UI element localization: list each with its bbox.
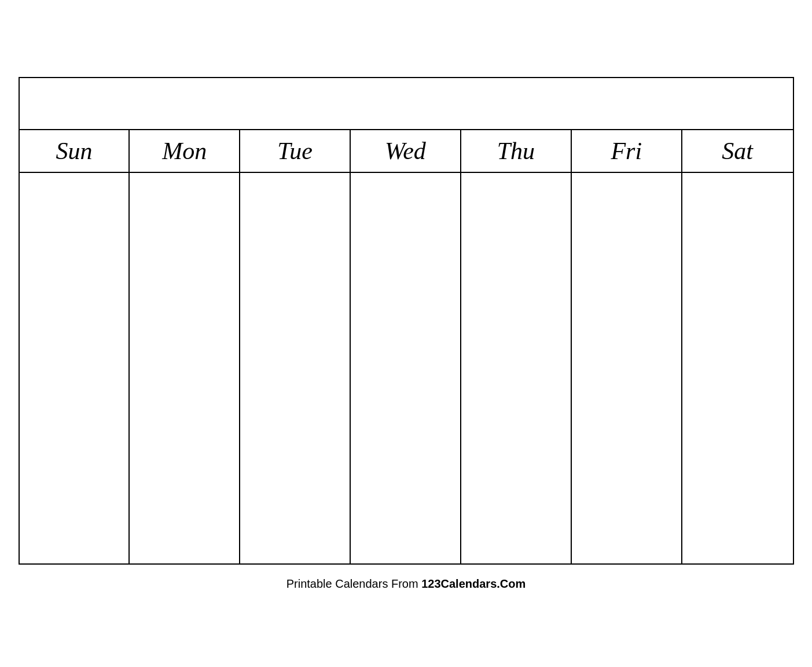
- cell-3-6[interactable]: [572, 329, 682, 407]
- cell-1-6[interactable]: [572, 173, 682, 251]
- cell-4-6[interactable]: [572, 407, 682, 485]
- cell-1-4[interactable]: [351, 173, 461, 251]
- cell-4-7[interactable]: [682, 407, 793, 485]
- calendar-header: Sun Mon Tue Wed Thu Fri Sat: [20, 130, 793, 173]
- header-fri: Fri: [572, 130, 682, 172]
- calendar-row-2: [20, 251, 793, 329]
- cell-1-3[interactable]: [240, 173, 351, 251]
- cell-1-7[interactable]: [682, 173, 793, 251]
- footer-normal-text: Printable Calendars From: [286, 577, 421, 590]
- header-sun: Sun: [20, 130, 130, 172]
- calendar-body: [20, 173, 793, 563]
- cell-3-5[interactable]: [461, 329, 572, 407]
- calendar-row-4: [20, 407, 793, 485]
- cell-5-5[interactable]: [461, 485, 572, 563]
- cell-2-3[interactable]: [240, 251, 351, 329]
- calendar-title-row: [20, 78, 793, 130]
- header-tue: Tue: [240, 130, 351, 172]
- cell-1-5[interactable]: [461, 173, 572, 251]
- footer-bold-text: 123Calendars.Com: [421, 577, 526, 590]
- cell-3-2[interactable]: [130, 329, 240, 407]
- header-wed: Wed: [351, 130, 461, 172]
- cell-2-1[interactable]: [20, 251, 130, 329]
- cell-5-3[interactable]: [240, 485, 351, 563]
- cell-4-3[interactable]: [240, 407, 351, 485]
- header-mon: Mon: [130, 130, 240, 172]
- cell-1-1[interactable]: [20, 173, 130, 251]
- header-thu: Thu: [461, 130, 572, 172]
- cell-3-7[interactable]: [682, 329, 793, 407]
- footer: Printable Calendars From 123Calendars.Co…: [19, 577, 794, 591]
- cell-1-2[interactable]: [130, 173, 240, 251]
- calendar-row-3: [20, 329, 793, 407]
- cell-5-7[interactable]: [682, 485, 793, 563]
- cell-3-1[interactable]: [20, 329, 130, 407]
- cell-4-2[interactable]: [130, 407, 240, 485]
- cell-2-7[interactable]: [682, 251, 793, 329]
- header-sat: Sat: [682, 130, 793, 172]
- calendar-row-1: [20, 173, 793, 251]
- cell-2-2[interactable]: [130, 251, 240, 329]
- cell-5-1[interactable]: [20, 485, 130, 563]
- cell-4-1[interactable]: [20, 407, 130, 485]
- cell-2-6[interactable]: [572, 251, 682, 329]
- cell-2-5[interactable]: [461, 251, 572, 329]
- calendar-container: Sun Mon Tue Wed Thu Fri Sat: [19, 77, 794, 565]
- calendar-row-5: [20, 485, 793, 563]
- cell-5-2[interactable]: [130, 485, 240, 563]
- cell-4-4[interactable]: [351, 407, 461, 485]
- cell-5-4[interactable]: [351, 485, 461, 563]
- page-wrapper: Sun Mon Tue Wed Thu Fri Sat: [19, 65, 794, 602]
- cell-2-4[interactable]: [351, 251, 461, 329]
- cell-3-4[interactable]: [351, 329, 461, 407]
- cell-4-5[interactable]: [461, 407, 572, 485]
- cell-5-6[interactable]: [572, 485, 682, 563]
- cell-3-3[interactable]: [240, 329, 351, 407]
